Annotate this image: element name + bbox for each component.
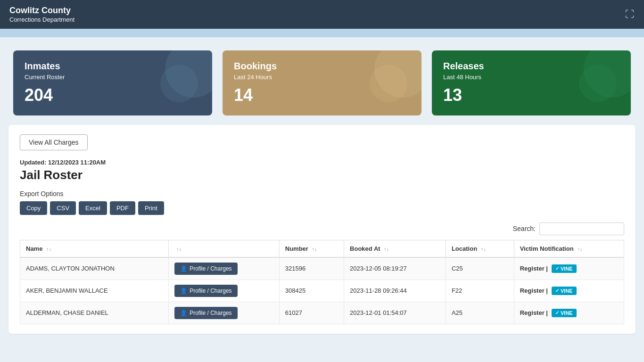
cell-number: 61027: [279, 302, 344, 324]
col-number[interactable]: Number ↑↓: [279, 240, 344, 257]
releases-number: 13: [443, 85, 619, 105]
stat-card-bookings: Bookings Last 24 Hours 14: [223, 50, 421, 115]
table-header-row: Name ↑↓ ↑↓ Number ↑↓ Booked At ↑↓ Locati…: [20, 240, 624, 257]
export-copy-button[interactable]: Copy: [20, 201, 47, 215]
roster-table: Name ↑↓ ↑↓ Number ↑↓ Booked At ↑↓ Locati…: [20, 240, 624, 324]
sort-location-icon: ↑↓: [481, 246, 486, 252]
vine-badge[interactable]: ✓ VINE: [552, 264, 577, 273]
inmates-sublabel: Current Roster: [25, 74, 201, 81]
person-icon: 👤: [180, 288, 187, 294]
cell-number: 308425: [279, 280, 344, 302]
releases-sublabel: Last 48 Hours: [443, 74, 619, 81]
bookings-number: 14: [234, 85, 410, 105]
export-buttons-group: Copy CSV Excel PDF Print: [20, 201, 624, 215]
cell-location: F22: [446, 280, 514, 302]
cell-name: ALDERMAN, CHASE DANIEL: [20, 302, 169, 324]
export-print-button[interactable]: Print: [138, 201, 164, 215]
export-csv-button[interactable]: CSV: [50, 201, 76, 215]
inmates-number: 204: [25, 85, 201, 105]
register-link[interactable]: Register |: [520, 287, 548, 294]
cell-number: 321596: [279, 257, 344, 280]
sort-victim-icon: ↑↓: [577, 246, 582, 252]
cell-profile-btn[interactable]: 👤 Profile / Charges: [169, 257, 280, 280]
cell-profile-btn[interactable]: 👤 Profile / Charges: [169, 280, 280, 302]
export-pdf-button[interactable]: PDF: [110, 201, 135, 215]
table-row: ALDERMAN, CHASE DANIEL 👤 Profile / Charg…: [20, 302, 624, 324]
subheader-bar: [0, 29, 644, 37]
export-options-label: Export Options: [20, 190, 624, 197]
releases-label: Releases: [443, 61, 619, 72]
stats-container: Inmates Current Roster 204 Bookings Last…: [0, 37, 644, 125]
cell-victim-notification: Register | ✓ VINE: [514, 280, 624, 302]
col-profile: ↑↓: [169, 240, 280, 257]
bookings-sublabel: Last 24 Hours: [234, 74, 410, 81]
person-icon: 👤: [180, 265, 187, 272]
app-header: Cowlitz County Corrections Department ⛶: [0, 0, 644, 29]
col-booked-at[interactable]: Booked At ↑↓: [344, 240, 446, 257]
sort-name-icon: ↑↓: [46, 246, 51, 252]
col-name[interactable]: Name ↑↓: [20, 240, 169, 257]
vine-check-icon: ✓: [555, 288, 559, 293]
vine-label: VINE: [561, 266, 573, 272]
vine-badge[interactable]: ✓ VINE: [552, 309, 577, 317]
profile-charges-button[interactable]: 👤 Profile / Charges: [174, 263, 237, 275]
register-link[interactable]: Register |: [520, 309, 548, 316]
cell-name: ADAMS, CLAYTON JONATHON: [20, 257, 169, 280]
header-subtitle: Corrections Department: [9, 16, 74, 23]
header-branding: Cowlitz County Corrections Department: [9, 6, 74, 23]
vine-check-icon: ✓: [555, 310, 559, 315]
inmates-label: Inmates: [25, 61, 201, 72]
bookings-label: Bookings: [234, 61, 410, 72]
cell-location: A25: [446, 302, 514, 324]
stat-card-inmates: Inmates Current Roster 204: [13, 50, 212, 115]
updated-text: Updated: 12/12/2023 11:20AM: [20, 159, 624, 166]
main-content: View All Charges Updated: 12/12/2023 11:…: [8, 125, 636, 334]
sort-profile-icon: ↑↓: [176, 246, 182, 252]
profile-charges-button[interactable]: 👤 Profile / Charges: [174, 285, 237, 297]
view-all-charges-button[interactable]: View All Charges: [20, 134, 88, 150]
search-label: Search:: [513, 225, 536, 232]
col-victim-notification[interactable]: Victim Notification ↑↓: [514, 240, 624, 257]
roster-title: Jail Roster: [20, 168, 624, 182]
cell-name: AKER, BENJAMIN WALLACE: [20, 280, 169, 302]
cell-booked-at: 2023-12-05 08:19:27: [344, 257, 446, 280]
cell-booked-at: 2023-12-01 01:54:07: [344, 302, 446, 324]
person-icon: 👤: [180, 310, 187, 316]
cell-victim-notification: Register | ✓ VINE: [514, 302, 624, 324]
vine-label: VINE: [561, 310, 573, 316]
cell-location: C25: [446, 257, 514, 280]
table-row: AKER, BENJAMIN WALLACE 👤 Profile / Charg…: [20, 280, 624, 302]
fullscreen-icon[interactable]: ⛶: [625, 9, 635, 20]
table-row: ADAMS, CLAYTON JONATHON 👤 Profile / Char…: [20, 257, 624, 280]
profile-charges-button[interactable]: 👤 Profile / Charges: [174, 307, 237, 319]
search-row: Search:: [20, 222, 624, 235]
vine-badge[interactable]: ✓ VINE: [552, 287, 577, 295]
sort-booked-icon: ↑↓: [384, 246, 389, 252]
stat-card-releases: Releases Last 48 Hours 13: [432, 50, 631, 115]
col-location[interactable]: Location ↑↓: [446, 240, 514, 257]
header-title: Cowlitz County: [9, 6, 74, 16]
sort-number-icon: ↑↓: [312, 246, 317, 252]
cell-profile-btn[interactable]: 👤 Profile / Charges: [169, 302, 280, 324]
vine-check-icon: ✓: [555, 266, 559, 271]
export-excel-button[interactable]: Excel: [79, 201, 107, 215]
cell-victim-notification: Register | ✓ VINE: [514, 257, 624, 280]
vine-label: VINE: [561, 288, 573, 294]
register-link[interactable]: Register |: [520, 265, 548, 272]
search-input[interactable]: [539, 222, 624, 235]
cell-booked-at: 2023-11-28 09:26:44: [344, 280, 446, 302]
